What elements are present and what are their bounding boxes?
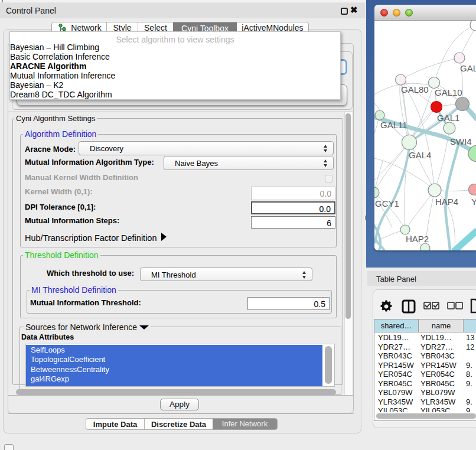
svg-text:GAL10: GAL10 bbox=[435, 87, 462, 97]
svg-text:HAP4: HAP4 bbox=[435, 197, 458, 207]
svg-text:GAL4: GAL4 bbox=[409, 150, 431, 160]
svg-text:HAP2: HAP2 bbox=[406, 234, 429, 244]
svg-text:SWI4: SWI4 bbox=[450, 136, 472, 146]
svg-text:GCY1: GCY1 bbox=[375, 198, 399, 208]
svg-text:GAL1: GAL1 bbox=[437, 113, 459, 123]
svg-text:Y: Y bbox=[471, 197, 476, 207]
svg-text:GAL80: GAL80 bbox=[401, 84, 429, 94]
svg-text:GAL11: GAL11 bbox=[380, 120, 407, 130]
svg-text:GAL: GAL bbox=[460, 63, 476, 73]
